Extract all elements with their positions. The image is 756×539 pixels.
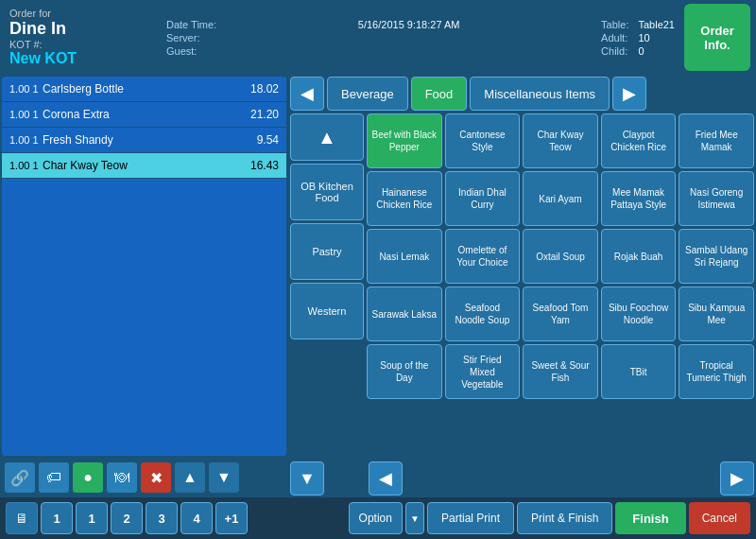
item-indian-dhal-curry[interactable]: Indian Dhal Curry: [445, 171, 521, 226]
child-label: Child:: [601, 45, 628, 57]
order-item[interactable]: 1.00 1 Char Kway Teow 16.43: [2, 153, 286, 179]
item-sibu-foochow-noodle[interactable]: Sibu Foochow Noodle: [601, 287, 677, 341]
items-down-arrow[interactable]: ▼: [290, 461, 324, 496]
item-seafood-tom-yam[interactable]: Seafood Tom Yam: [523, 287, 598, 341]
item-price: 9.54: [236, 133, 279, 147]
category-up-arrow[interactable]: ▲: [290, 113, 364, 161]
item-kari-ayam[interactable]: Kari Ayam: [523, 171, 598, 226]
main-container: Order for Dine In KOT #: New KOT Date Ti…: [0, 0, 756, 539]
adult-label: Adult:: [601, 32, 628, 43]
category-column: ▲ OB Kitchen Food Pastry Western: [290, 113, 364, 459]
table-value: Table21: [638, 19, 675, 30]
category-western[interactable]: Western: [290, 283, 364, 339]
item-sibu-kampua-mee[interactable]: Sibu Kampua Mee: [679, 287, 754, 341]
item-seafood-noodle-soup[interactable]: Seafood Noodle Soup: [445, 287, 521, 341]
right-panel: ◀ Beverage Food Miscellaneous Items ▶ ▲ …: [288, 75, 756, 497]
order-item[interactable]: 1.00 1 Corona Extra 21.20: [2, 102, 286, 128]
num-button-4[interactable]: 4: [180, 502, 213, 534]
item-qty: 1.00 1: [9, 83, 43, 95]
item-sambal-udang-sri-rejang[interactable]: Sambal Udang Sri Rejang: [679, 229, 754, 284]
print-finish-label: Print & Finish: [531, 512, 598, 525]
item-nasi-goreng-istimewa[interactable]: Nasi Goreng Istimewa: [679, 171, 754, 226]
scroll-down-button[interactable]: ▼: [208, 461, 240, 494]
print-finish-button[interactable]: Print & Finish: [517, 502, 612, 534]
new-kot-label: New KOT: [9, 50, 153, 67]
left-panel: 1.00 1 Carlsberg Bottle 18.02 1.00 1 Cor…: [0, 75, 288, 497]
green-circle-button[interactable]: ●: [72, 461, 104, 494]
dine-in-label: Dine In: [9, 19, 153, 39]
order-list: 1.00 1 Carlsberg Bottle 18.02 1.00 1 Cor…: [2, 77, 286, 456]
num-button-2[interactable]: 2: [111, 502, 143, 534]
item-char-kway-teow[interactable]: Char Kway Teow: [523, 113, 598, 168]
left-bottom-nav: 🔗 🏷 ● 🍽 ✖ ▲ ▼: [0, 458, 288, 497]
item-cantonese-style[interactable]: Cantonese Style: [445, 113, 521, 168]
item-mee-mamak-pattaya-style[interactable]: Mee Mamak Pattaya Style: [601, 171, 677, 226]
tab-food[interactable]: Food: [411, 77, 468, 111]
right-bottom-nav: ▼ ◀ ▶: [290, 461, 754, 496]
kot-label: KOT #:: [9, 39, 153, 50]
items-right-arrow[interactable]: ▶: [720, 461, 754, 496]
item-rojak-buah[interactable]: Rojak Buah: [601, 229, 677, 284]
grid-area: ▲ OB Kitchen Food Pastry Western Beef wi…: [290, 113, 754, 459]
screen-icon[interactable]: 🖥: [6, 502, 38, 534]
finish-label: Finish: [632, 512, 668, 526]
item-tropical-tumeric-thigh[interactable]: Tropical Tumeric Thigh: [679, 344, 754, 399]
order-item[interactable]: 1.00 1 Carlsberg Bottle 18.02: [2, 77, 286, 102]
guest-value: [358, 45, 582, 57]
order-item[interactable]: 1.00 1 Fresh Shandy 9.54: [2, 128, 286, 153]
header: Order for Dine In KOT #: New KOT Date Ti…: [0, 0, 756, 75]
tab-bar: ◀ Beverage Food Miscellaneous Items ▶: [290, 77, 754, 111]
table-label: Table:: [601, 19, 628, 30]
tab-right-arrow[interactable]: ▶: [612, 77, 646, 111]
partial-print-button[interactable]: Partial Print: [427, 502, 514, 534]
option-label: Option: [359, 512, 392, 525]
child-value: 0: [638, 45, 675, 57]
item-tbit[interactable]: TBit: [601, 344, 677, 399]
cancel-button[interactable]: Cancel: [689, 502, 750, 534]
item-claypot-chicken-rice[interactable]: Claypot Chicken Rice: [601, 113, 677, 168]
tag-icon-button[interactable]: 🏷: [38, 461, 70, 494]
server-value: [358, 32, 582, 43]
item-sweet-sour-fish[interactable]: Sweet & Sour Fish: [523, 344, 598, 399]
item-oxtail-soup[interactable]: Oxtail Soup: [523, 229, 598, 284]
item-qty: 1.00 1: [9, 134, 43, 146]
item-nasi-lemak[interactable]: Nasi Lemak: [367, 229, 442, 284]
server-label: Server:: [166, 32, 339, 43]
tab-beverage[interactable]: Beverage: [327, 77, 408, 111]
link-icon-button[interactable]: 🔗: [4, 461, 36, 494]
delete-icon-button[interactable]: ✖: [140, 461, 172, 494]
item-sarawak-laksa[interactable]: Sarawak Laksa: [367, 287, 442, 341]
category-pastry[interactable]: Pastry: [290, 223, 364, 280]
option-button[interactable]: Option: [349, 502, 403, 534]
item-name: Fresh Shandy: [43, 133, 236, 147]
scroll-up-button[interactable]: ▲: [174, 461, 206, 494]
header-middle: Date Time: 5/16/2015 9:18:27 AM Server: …: [157, 4, 592, 71]
items-left-arrow[interactable]: ◀: [369, 461, 403, 496]
item-name: Corona Extra: [43, 108, 236, 121]
option-dropdown-arrow[interactable]: ▼: [405, 502, 424, 534]
adult-value: 10: [638, 32, 675, 43]
finish-button[interactable]: Finish: [615, 502, 685, 534]
dish-icon-button[interactable]: 🍽: [106, 461, 138, 494]
num-button-1a[interactable]: 1: [41, 502, 73, 534]
item-price: 16.43: [236, 159, 279, 172]
item-fried-mee-mamak[interactable]: Fried Mee Mamak: [679, 113, 754, 168]
order-info-button[interactable]: OrderInfo.: [684, 4, 750, 71]
num-button-3[interactable]: 3: [146, 502, 178, 534]
num-button-plus1[interactable]: +1: [215, 502, 248, 534]
tab-left-arrow[interactable]: ◀: [290, 77, 324, 111]
footer: 🖥 1 1 2 3 4 +1 Option ▼ Partial Print Pr…: [0, 497, 756, 539]
item-hainanese-chicken-rice[interactable]: Hainanese Chicken Rice: [367, 171, 442, 226]
item-soup-of-the-day[interactable]: Soup of the Day: [367, 344, 442, 399]
item-omelette-of-your-choice[interactable]: Omelette of Your Choice: [445, 229, 521, 284]
item-stir-fried-mixed-vegetable[interactable]: Stir Fried Mixed Vegetable: [445, 344, 521, 399]
guest-label: Guest:: [166, 45, 339, 57]
item-name: Carlsberg Bottle: [43, 82, 236, 96]
item-beef-black-pepper[interactable]: Beef with Black Pepper: [367, 113, 442, 168]
num-button-1b[interactable]: 1: [76, 502, 108, 534]
item-qty: 1.00 1: [9, 160, 43, 171]
item-price: 21.20: [236, 108, 279, 121]
items-grid: Beef with Black PepperCantonese StyleCha…: [367, 113, 754, 459]
tab-miscellaneous[interactable]: Miscellaneous Items: [470, 77, 610, 111]
category-ob-kitchen[interactable]: OB Kitchen Food: [290, 164, 364, 220]
